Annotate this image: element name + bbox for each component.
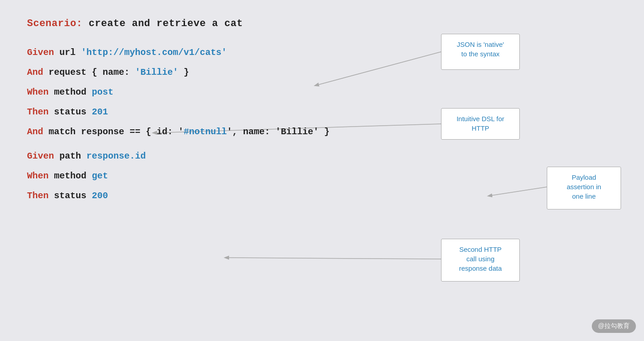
and-keyword-2: And: [27, 127, 43, 137]
then-status-200-line: Then status 200: [27, 186, 617, 206]
when-method-get-value: get: [92, 171, 108, 181]
then-keyword-1: Then: [27, 107, 49, 117]
when-method-post-line: When method post: [27, 82, 617, 102]
when-method-post-value: post: [92, 87, 113, 97]
scenario-title: Scenario: create and retrieve a cat: [27, 18, 617, 29]
callout-json-native: JSON is 'native'to the syntax: [441, 34, 520, 70]
then-status-200-text: status: [49, 191, 92, 201]
and-match-line: And match response == { id: '#notnull', …: [27, 122, 617, 142]
then-status-200-value: 200: [92, 191, 108, 201]
and-match-notnull: #notnull: [184, 127, 227, 137]
and-request-text: request { name:: [43, 67, 135, 77]
scenario-title-text: create and retrieve a cat: [82, 18, 243, 29]
when-keyword-1: When: [27, 87, 49, 97]
when-keyword-2: When: [27, 171, 49, 181]
callout-payload-assertion: Payloadassertion inone line: [547, 167, 621, 209]
then-status-201-value: 201: [92, 107, 108, 117]
given-url-value: 'http://myhost.com/v1/cats': [81, 47, 227, 58]
watermark: @拉勾教育: [592, 319, 636, 333]
scenario-keyword: Scenario:: [27, 18, 82, 29]
then-keyword-2: Then: [27, 191, 49, 201]
given-keyword-2: Given: [27, 151, 54, 161]
given-url-text: url: [54, 47, 81, 58]
and-request-line: And request { name: 'Billie' }: [27, 63, 617, 82]
given-path-line: Given path response.id: [27, 146, 617, 166]
and-request-value: 'Billie': [135, 67, 178, 77]
when-method-text: method: [49, 87, 92, 97]
and-keyword-1: And: [27, 67, 43, 77]
code-block: Given url 'http://myhost.com/v1/cats' An…: [27, 43, 617, 206]
given-path-text: path: [54, 151, 86, 161]
callout-second-http: Second HTTPcall usingresponse data: [441, 239, 520, 282]
and-match-text: match response == { id: ': [43, 127, 184, 137]
and-match-suffix: ', name: 'Billie' }: [227, 127, 329, 137]
callout-intuitive-dsl: Intuitive DSL forHTTP: [441, 108, 520, 140]
svg-line-3: [225, 258, 441, 259]
given-url-line: Given url 'http://myhost.com/v1/cats': [27, 43, 617, 63]
then-status-201-text: status: [49, 107, 92, 117]
when-method-get-line: When method get: [27, 166, 617, 186]
then-status-201-line: Then status 201: [27, 102, 617, 122]
given-keyword: Given: [27, 47, 54, 58]
when-method-get-text: method: [49, 171, 92, 181]
given-path-value: response.id: [86, 151, 146, 161]
and-request-suffix: }: [178, 67, 189, 77]
